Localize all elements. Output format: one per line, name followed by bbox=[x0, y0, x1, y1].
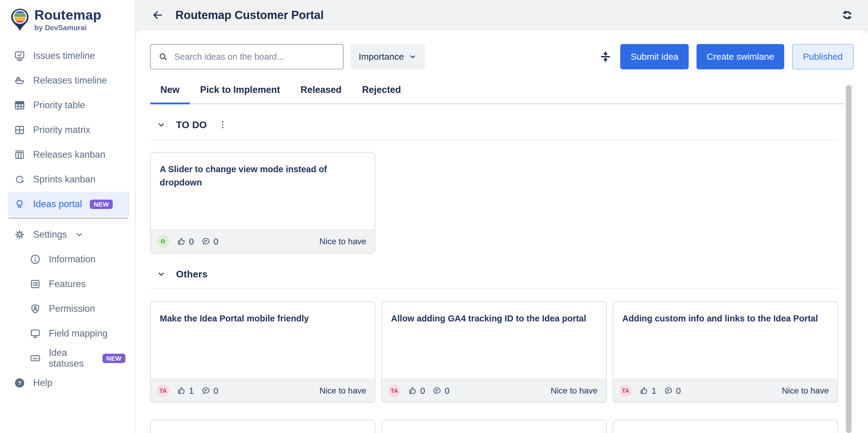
idea-card-footer: TA 1 0 Nice to have bbox=[151, 379, 375, 402]
collapse-all-button[interactable] bbox=[598, 50, 613, 64]
kebab-icon bbox=[218, 120, 228, 130]
svg-text:ABC: ABC bbox=[32, 357, 38, 360]
sidebar-item-information[interactable]: Information bbox=[8, 247, 130, 272]
gear-icon bbox=[14, 229, 25, 240]
refresh-button[interactable] bbox=[840, 8, 854, 22]
sidebar-item-field-mapping[interactable]: Field mapping bbox=[8, 321, 130, 346]
partial-card[interactable] bbox=[150, 420, 375, 433]
lightbulb-icon bbox=[14, 198, 25, 210]
scrollbar-thumb[interactable] bbox=[846, 85, 851, 433]
list-box-icon bbox=[30, 278, 41, 290]
published-button[interactable]: Published bbox=[792, 44, 854, 69]
partial-cards-row bbox=[150, 420, 838, 433]
thumbs-up-icon bbox=[639, 386, 649, 396]
back-button[interactable] bbox=[151, 9, 164, 21]
toolbar-actions: Submit idea Create swimlane Published bbox=[598, 44, 854, 69]
section-to-do: TO DO A Slider to change view mode inste… bbox=[150, 118, 854, 254]
section-others: Others Make the Idea Portal mobile frien… bbox=[150, 267, 854, 403]
abc-badge-icon: ABC bbox=[30, 352, 41, 364]
avatar: TA bbox=[619, 384, 632, 397]
partial-card[interactable] bbox=[613, 420, 838, 433]
monitor-icon bbox=[30, 328, 41, 339]
importance-label: Nice to have bbox=[551, 386, 598, 396]
submit-idea-button[interactable]: Submit idea bbox=[620, 44, 688, 69]
idea-card-title: Adding custom info and links to the Idea… bbox=[613, 302, 837, 325]
sidebar-item-idea-statuses[interactable]: ABC Idea statuses NEW bbox=[8, 346, 130, 371]
page-title: Routemap Customer Portal bbox=[176, 9, 324, 22]
importance-dropdown[interactable]: Importance bbox=[350, 44, 425, 69]
search-box[interactable] bbox=[150, 44, 344, 69]
like-stat[interactable]: 1 bbox=[177, 386, 194, 396]
sidebar-item-releases-kanban[interactable]: Releases kanban bbox=[8, 142, 130, 167]
search-input[interactable] bbox=[174, 52, 336, 62]
sidebar-item-permission[interactable]: Permission bbox=[8, 296, 130, 321]
sprint-loop-icon bbox=[14, 174, 25, 185]
idea-card-footer: TA 1 0 Nice to have bbox=[613, 379, 837, 402]
section-collapse-button[interactable] bbox=[157, 269, 166, 279]
chevron-down-icon bbox=[157, 120, 166, 129]
comment-icon bbox=[201, 237, 211, 247]
avatar: R bbox=[157, 235, 169, 248]
idea-card-footer: TA 0 0 Nice to have bbox=[382, 379, 606, 402]
board-tabs: New Pick to Implement Released Rejected bbox=[150, 83, 847, 104]
sidebar-item-ideas-portal[interactable]: Ideas portal NEW bbox=[8, 192, 130, 216]
tab-released[interactable]: Released bbox=[290, 83, 352, 104]
routemap-app: Routemap by DevSamurai Issues timeline R… bbox=[0, 0, 868, 433]
section-menu-button[interactable] bbox=[218, 120, 228, 130]
sidebar-item-features[interactable]: Features bbox=[8, 272, 130, 296]
comment-count: 0 bbox=[213, 386, 218, 396]
idea-card[interactable]: Adding custom info and links to the Idea… bbox=[613, 301, 838, 403]
table-icon bbox=[14, 99, 25, 111]
like-stat[interactable]: 0 bbox=[177, 237, 194, 247]
board-sections: TO DO A Slider to change view mode inste… bbox=[150, 118, 854, 403]
like-count: 0 bbox=[189, 237, 194, 247]
sidebar-item-settings[interactable]: Settings bbox=[8, 222, 88, 247]
portal-header: Routemap Customer Portal bbox=[135, 0, 868, 30]
idea-card[interactable]: A Slider to change view mode instead of … bbox=[150, 152, 375, 254]
info-circle-icon bbox=[30, 254, 41, 265]
routemap-logo-icon bbox=[10, 8, 30, 32]
like-count: 1 bbox=[189, 386, 194, 396]
screen-check-icon bbox=[14, 50, 25, 61]
idea-card[interactable]: Allow adding GA4 tracking ID to the Idea… bbox=[381, 301, 607, 403]
like-stat[interactable]: 0 bbox=[408, 386, 425, 396]
ship-icon bbox=[14, 75, 25, 86]
sidebar-item-priority-matrix[interactable]: Priority matrix bbox=[8, 118, 130, 142]
sidebar-item-releases-timeline[interactable]: Releases timeline bbox=[8, 68, 130, 93]
thumbs-up-icon bbox=[408, 386, 417, 396]
comment-stat[interactable]: 0 bbox=[432, 386, 450, 396]
sidebar-settings-subnav: Information Features Permission Field ma… bbox=[8, 247, 130, 371]
comment-count: 0 bbox=[444, 386, 450, 396]
sidebar-item-help[interactable]: ? Help bbox=[8, 371, 57, 395]
comment-stat[interactable]: 0 bbox=[201, 386, 218, 396]
section-title: Others bbox=[176, 269, 208, 280]
cards-grid: Make the Idea Portal mobile friendly TA … bbox=[150, 301, 838, 403]
importance-label: Nice to have bbox=[319, 237, 367, 247]
importance-label: Nice to have bbox=[319, 386, 367, 396]
sidebar-nav: Issues timeline Releases timeline Priori… bbox=[8, 44, 130, 216]
section-title: TO DO bbox=[176, 119, 207, 131]
tab-rejected[interactable]: Rejected bbox=[352, 83, 411, 104]
like-stat[interactable]: 1 bbox=[639, 386, 656, 396]
comment-stat[interactable]: 0 bbox=[201, 237, 218, 247]
section-collapse-button[interactable] bbox=[157, 120, 166, 129]
grid-2x2-icon bbox=[14, 124, 25, 136]
thumbs-up-icon bbox=[177, 386, 186, 396]
like-count: 0 bbox=[420, 386, 425, 396]
tab-new[interactable]: New bbox=[150, 83, 190, 104]
brand: Routemap by DevSamurai bbox=[8, 8, 130, 32]
comment-icon bbox=[201, 386, 211, 396]
kanban-columns-icon bbox=[14, 149, 25, 161]
idea-card-title: Allow adding GA4 tracking ID to the Idea… bbox=[382, 302, 606, 325]
partial-card[interactable] bbox=[381, 420, 607, 433]
idea-card[interactable]: Make the Idea Portal mobile friendly TA … bbox=[150, 301, 375, 403]
chevron-down-icon bbox=[157, 269, 166, 279]
create-swimlane-button[interactable]: Create swimlane bbox=[696, 44, 784, 69]
sidebar-item-sprints-kanban[interactable]: Sprints kanban bbox=[8, 167, 130, 192]
sidebar-item-priority-table[interactable]: Priority table bbox=[8, 93, 130, 118]
help-circle-icon: ? bbox=[14, 377, 25, 389]
comment-stat[interactable]: 0 bbox=[664, 386, 681, 396]
section-divider bbox=[150, 139, 838, 140]
sidebar-item-issues-timeline[interactable]: Issues timeline bbox=[8, 44, 130, 68]
tab-pick-to-implement[interactable]: Pick to Implement bbox=[190, 83, 290, 104]
